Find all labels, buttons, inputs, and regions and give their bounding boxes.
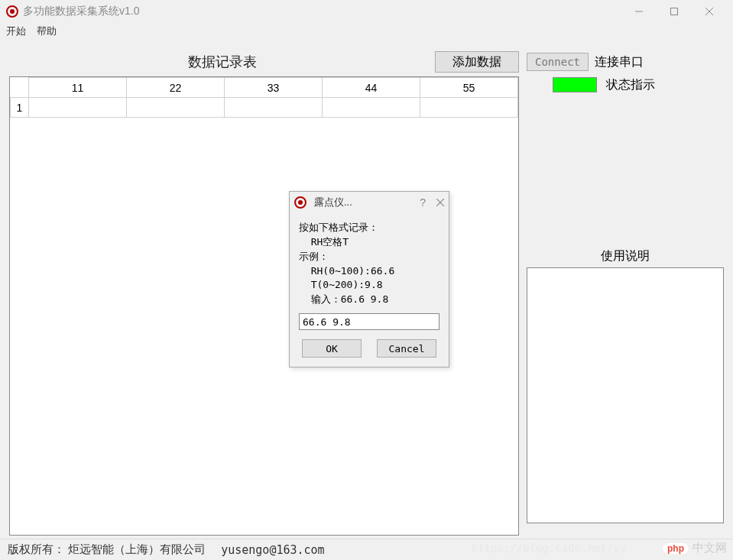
connect-button[interactable]: Connect <box>527 53 589 71</box>
email-text: yusengo@163.com <box>221 543 324 557</box>
copyright-text: 版权所有： 炬远智能（上海）有限公司 <box>8 542 206 557</box>
table-cell[interactable] <box>420 98 518 118</box>
row-header-blank <box>11 78 29 98</box>
cancel-button[interactable]: Cancel <box>377 339 436 358</box>
right-column: Connect 连接串口 状态指示 使用说明 <box>527 49 724 536</box>
dialog-icon <box>294 196 306 209</box>
dialog-buttons: OK Cancel <box>290 336 449 367</box>
usage-title: 使用说明 <box>527 248 724 264</box>
close-button[interactable] <box>692 0 727 23</box>
col-header[interactable]: 55 <box>420 78 518 98</box>
svg-rect-1 <box>671 8 678 15</box>
table-cell[interactable] <box>29 98 127 118</box>
dialog-help-icon[interactable]: ? <box>420 196 426 209</box>
input-dialog: 露点仪... ? 按如下格式记录： RH空格T 示例： RH(0~100):66… <box>289 191 449 367</box>
statusbar: 版权所有： 炬远智能（上海）有限公司 yusengo@163.com <box>0 539 733 560</box>
status-label: 状态指示 <box>606 77 655 93</box>
dialog-controls: ? <box>420 196 444 209</box>
row-index: 1 <box>11 98 29 118</box>
table-cell[interactable] <box>127 98 225 118</box>
add-data-button[interactable]: 添加数据 <box>435 51 519 73</box>
window-controls <box>621 0 727 23</box>
dialog-body-text: 按如下格式记录： RH空格T 示例： RH(0~100):66.6 T(0~20… <box>290 213 449 310</box>
ok-button[interactable]: OK <box>302 339 362 358</box>
titlebar: 多功能数据采集系统v1.0 <box>0 0 733 23</box>
usage-box <box>527 267 724 523</box>
menubar: 开始 帮助 <box>0 23 733 40</box>
table-header-row: 数据记录表 添加数据 <box>9 49 519 75</box>
col-header[interactable]: 44 <box>323 78 420 98</box>
table-cell[interactable] <box>225 98 323 118</box>
status-row: 状态指示 <box>527 74 724 95</box>
menu-help[interactable]: 帮助 <box>37 24 57 38</box>
status-indicator-light <box>553 77 597 92</box>
data-table: 11 22 33 44 55 1 <box>10 77 518 118</box>
minimize-button[interactable] <box>621 0 657 23</box>
table-header: 11 22 33 44 55 <box>11 78 518 98</box>
table-title: 数据记录表 <box>9 53 435 71</box>
dialog-input[interactable] <box>299 313 439 330</box>
maximize-button[interactable] <box>657 0 692 23</box>
menu-start[interactable]: 开始 <box>6 24 26 38</box>
window-title: 多功能数据采集系统v1.0 <box>23 5 139 18</box>
connect-label: 连接串口 <box>595 54 644 70</box>
dialog-close-icon[interactable] <box>436 196 444 209</box>
table-row[interactable]: 1 <box>11 98 518 118</box>
col-header[interactable]: 22 <box>127 78 225 98</box>
table-cell[interactable] <box>323 98 420 118</box>
dialog-titlebar[interactable]: 露点仪... ? <box>290 192 449 213</box>
col-header[interactable]: 11 <box>29 78 127 98</box>
connect-row: Connect 连接串口 <box>527 51 724 73</box>
dialog-title: 露点仪... <box>314 196 352 209</box>
app-icon <box>6 5 18 18</box>
col-header[interactable]: 33 <box>225 78 323 98</box>
